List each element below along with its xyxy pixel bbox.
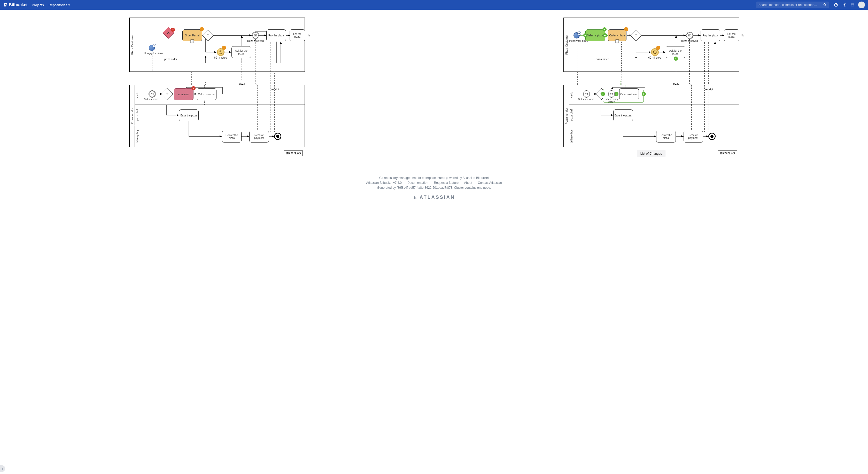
svg-line-1 <box>826 5 826 6</box>
task-bake-label-r: Bake the pizza <box>615 114 632 117</box>
task-receive-pay-left[interactable]: Receive payment <box>249 131 269 142</box>
settings-icon[interactable] <box>841 2 847 8</box>
lane-delivery-label: delivery boy <box>134 126 140 147</box>
brand[interactable]: Bitbucket <box>3 3 28 7</box>
task-pay-right[interactable]: Pay the pizza <box>701 29 720 41</box>
lane-chef-content-left[interactable]: Bake the pizza <box>140 105 305 126</box>
pool-customer-label-r: Pizza Customer <box>564 18 569 71</box>
task-ask-left[interactable]: Ask for the pizza <box>231 46 251 58</box>
task-select-pizza-label: Select a pizza <box>587 34 603 37</box>
lane-clerk-content-left[interactable]: receipt Order received what ever <box>140 85 305 105</box>
svg-point-4 <box>844 4 845 5</box>
lane-customer-content-right[interactable]: ➔ Hungry for pizza Select a pizza + + + … <box>569 18 739 71</box>
badge-green-icon: + <box>642 92 646 96</box>
nav-repositories-label: Repositories <box>49 3 67 7</box>
footer-tagline: Git repository management for enterprise… <box>0 176 868 180</box>
task-ask-label: Ask for the pizza <box>232 49 250 55</box>
footer-docs-link[interactable]: Documentation <box>407 181 428 184</box>
lane-chef-content-right[interactable]: Bake the pizza <box>574 105 739 126</box>
badge-orange-icon <box>624 27 628 31</box>
task-calm-right[interactable]: Calm customer <box>619 88 639 100</box>
event-where-is-message[interactable] <box>608 90 615 98</box>
pool-customer-left: Pizza Customer <box>129 18 305 72</box>
task-what-ever-label: what ever <box>178 93 189 96</box>
right-pane: Pizza Customer <box>434 10 868 170</box>
task-deliver-right[interactable]: Deliver the pizza <box>656 131 676 142</box>
event-order-received-right[interactable] <box>583 90 590 98</box>
task-pay-left[interactable]: Pay the pizza <box>266 29 286 41</box>
task-calm-label-r: Calm customer <box>620 93 638 96</box>
user-avatar[interactable] <box>858 2 865 8</box>
start-event-hungry-right[interactable]: ➔ <box>574 32 580 38</box>
start-event-hungry-left[interactable]: ➔ <box>149 45 155 51</box>
nav-projects[interactable]: Projects <box>32 3 44 7</box>
arrow-badge-icon: ➔ <box>153 44 156 47</box>
footer-generated: Generated by f89f8c4f-bd57-4a8e-8622-501… <box>0 186 868 190</box>
lane-delivery-content-left[interactable]: Deliver the pizza Receive payment <box>140 126 305 147</box>
subproc-expand-icon[interactable]: + <box>191 39 194 43</box>
event-pizza-received-label-r: pizza received <box>681 39 698 42</box>
help-icon[interactable] <box>833 2 839 8</box>
search-box[interactable] <box>756 2 829 8</box>
bitbucket-logo-icon <box>3 3 7 7</box>
task-order-pizza-label: Order a pizza <box>609 34 625 37</box>
footer-version: Atlassian Bitbucket v7.4.0 <box>366 181 401 184</box>
task-deliver-left[interactable]: Deliver the pizza <box>222 131 242 142</box>
conn-chef-left <box>140 105 310 126</box>
event-order-received-left[interactable] <box>149 90 156 98</box>
task-eat-left[interactable]: Eat the pizza <box>289 29 305 41</box>
task-what-ever[interactable]: what ever <box>174 88 193 100</box>
task-receive-pay-label: Receive payment <box>250 134 268 139</box>
inbox-icon[interactable] <box>849 2 856 8</box>
task-eat-label: Eat the pizza <box>290 33 304 38</box>
cutoff-hu-right: Hu <box>741 34 744 37</box>
arrow-badge-icon: ➔ <box>578 32 581 35</box>
bpmn-badge-label: BPMN.iO <box>286 151 301 155</box>
badge-green-icon: + <box>602 27 607 32</box>
lane-delivery-content-right[interactable]: Deliver the pizza Receive payment <box>574 126 739 147</box>
main-split: Pizza Customer <box>0 10 868 170</box>
task-order-pizza[interactable]: Order a pizza + <box>608 29 626 41</box>
gateway-event-right[interactable] <box>630 29 642 41</box>
task-select-pizza[interactable]: Select a pizza <box>585 29 605 41</box>
timer-label: 60 minutes <box>214 56 227 59</box>
event-pizza-received-label: pizza received <box>247 39 264 42</box>
event-pizza-received-left[interactable] <box>252 32 259 39</box>
left-pane: Pizza Customer <box>0 10 434 170</box>
nav-repositories[interactable]: Repositories ▾ <box>49 3 70 7</box>
end-event-left[interactable] <box>274 133 281 140</box>
badge-red-icon: − <box>191 86 195 90</box>
start-label-hungry-r: Hungry for pizza <box>569 39 588 42</box>
task-bake-left[interactable]: Bake the pizza <box>179 109 199 121</box>
task-pay-label-r: Pay the pizza <box>703 34 718 37</box>
event-pizza-received-right[interactable] <box>686 32 693 39</box>
task-eat-right[interactable]: Eat the pizza <box>724 29 739 41</box>
task-ask-label-r: Ask for the pizza <box>666 49 685 55</box>
bpmn-badge-right[interactable]: BPMN.iO <box>718 150 737 156</box>
task-receive-pay-right[interactable]: Receive payment <box>684 131 703 142</box>
badge-green-icon: + <box>601 92 605 96</box>
subproc-expand-icon[interactable]: + <box>615 39 619 43</box>
task-calm-left[interactable]: Calm customer <box>197 88 216 100</box>
task-order-pasta[interactable]: Order Pasta! + <box>182 29 202 41</box>
chevron-down-icon: ▾ <box>68 3 70 7</box>
footer-about-link[interactable]: About <box>464 181 472 184</box>
end-event-right[interactable] <box>708 133 716 140</box>
footer-contact-link[interactable]: Contact Atlassian <box>478 181 502 184</box>
bpmn-badge-left[interactable]: BPMN.iO <box>284 150 303 156</box>
timer-label-r: 60 minutes <box>648 56 661 59</box>
lane-clerk-content-right[interactable]: receipt Order received + + <box>574 85 739 105</box>
task-receive-pay-label-r: Receive payment <box>684 134 703 139</box>
message-icon <box>688 34 691 37</box>
gateway-event-left[interactable] <box>202 29 214 41</box>
task-pay-label: Pay the pizza <box>269 34 284 37</box>
lane-customer-content-left[interactable]: ➔ Hungry for pizza − Order Pasta! + <box>134 18 305 71</box>
atlassian-logo: ATLASSIAN <box>0 195 868 200</box>
cutoff-hu-left: Hu <box>307 34 310 37</box>
list-of-changes-button[interactable]: List of Changes <box>637 150 665 157</box>
search-input[interactable] <box>758 3 823 7</box>
gateway-parallel-left[interactable] <box>161 88 173 100</box>
footer-feature-link[interactable]: Request a feature <box>434 181 459 184</box>
atlassian-text: ATLASSIAN <box>420 195 455 200</box>
task-bake-right[interactable]: Bake the pizza <box>613 109 633 121</box>
